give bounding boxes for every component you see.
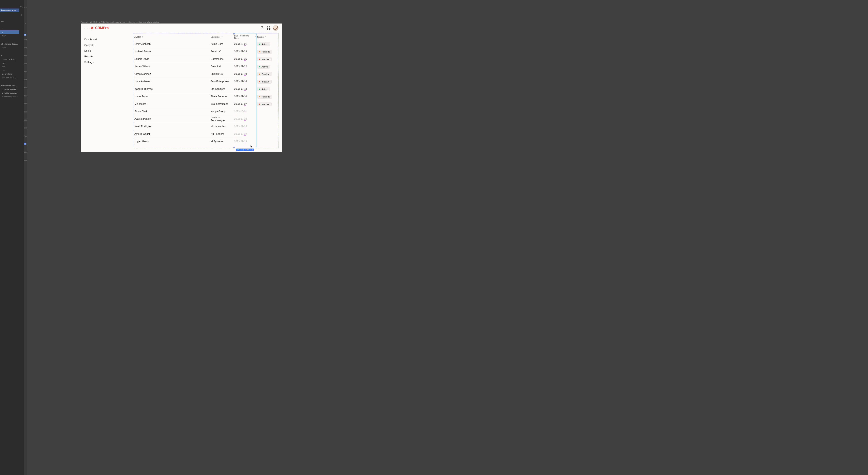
nav-item-dashboard[interactable]: Dashboard <box>84 38 129 41</box>
status-dot-icon <box>259 51 260 52</box>
layer-item[interactable] <box>0 38 19 39</box>
cell-name: Noah Rodriguez <box>133 125 210 128</box>
column-header-customer[interactable]: Customer ▾ <box>210 36 234 38</box>
cell-date: 2023-09-19 <box>234 72 256 75</box>
nav-item-settings[interactable]: Settings <box>84 60 129 64</box>
table-row[interactable]: James WilsonDelta Ltd2023-09-22Active <box>133 63 278 70</box>
layer-item[interactable]: enu <box>0 20 19 24</box>
cell-customer: Epsilon Co <box>210 72 234 75</box>
cell-customer: Gamma Inc <box>210 58 234 60</box>
cell-date: 2023-10-01 <box>234 42 256 45</box>
layer-item[interactable] <box>0 50 19 51</box>
status-badge: Pending <box>257 72 272 76</box>
cell-date: 2023-09-22 <box>234 132 256 135</box>
table-row[interactable]: Amelia WrightNu Partners2023-09-22 <box>133 130 278 137</box>
table-row[interactable]: Mia MooreIota Innovations2023-09-07Inact… <box>133 100 278 107</box>
table-body: Emily JohnsonAcme Corp2023-10-01ActiveMi… <box>133 40 278 145</box>
cell-status: Pending <box>256 94 270 99</box>
layer-item[interactable]: that contains an avatar,… <box>0 76 19 80</box>
layer-item[interactable]: a freelancing desktop ap… <box>0 42 19 46</box>
table-row[interactable]: Isabella ThomasEta Solutions2023-09-13Ac… <box>133 85 278 93</box>
ruler-tick: 500 <box>24 103 27 105</box>
frame-height-marker: 784 <box>24 142 26 145</box>
layer-item[interactable]: a freelancing desktop ap… <box>0 95 19 98</box>
user-avatar[interactable] <box>273 25 279 31</box>
table-row[interactable]: Ava RodriguezLambda Technologies2023-09-… <box>133 115 278 123</box>
layer-item[interactable] <box>0 24 19 25</box>
cell-customer: Nu Partners <box>210 132 234 135</box>
layer-item[interactable] <box>0 7 19 8</box>
layer-item[interactable]: umber Card Strip <box>0 58 19 61</box>
nav-item-deals[interactable]: Deals <box>84 49 129 53</box>
nav-item-contacts[interactable]: Contacts <box>84 43 129 47</box>
cell-name: Michael Brown <box>133 50 210 53</box>
status-text: Pending <box>261 95 270 98</box>
search-icon[interactable] <box>20 5 23 9</box>
status-dot-icon <box>259 81 260 82</box>
layer-item[interactable]: that contains avatars, c… <box>0 8 19 12</box>
crm-table: Avatar ▾ Customer ▾ Last Follow-Up Date … <box>133 33 279 148</box>
layer-item[interactable] <box>0 5 19 7</box>
column-header-label: Status <box>257 36 264 38</box>
cell-name: James Wilson <box>133 65 210 68</box>
layer-item[interactable]: ? <box>0 27 19 30</box>
table-row[interactable]: Ethan ClarkKappa Group2023-10-01 <box>133 108 278 115</box>
layer-item[interactable]: e <box>0 54 19 58</box>
layer-item[interactable]: dio products <box>0 72 19 76</box>
table-row[interactable]: Olivia MartinezEpsilon Co2023-09-19Pendi… <box>133 70 278 77</box>
ruler-tick: 250 <box>24 63 27 65</box>
apps-grid-icon[interactable] <box>267 26 270 30</box>
brand-mark-icon: ✳ <box>90 26 94 30</box>
ruler-tick: 650 <box>24 127 27 129</box>
cell-date: 2023-09-25 <box>234 58 256 60</box>
table-header: Avatar ▾ Customer ▾ Last Follow-Up Date … <box>133 33 278 40</box>
design-canvas[interactable]: -100010015020025030035040045050055060065… <box>24 0 868 475</box>
column-header-status[interactable]: Status ▾ <box>256 36 270 38</box>
column-header-avatar[interactable]: Avatar ▾ <box>133 36 210 38</box>
cell-name: Amelia Wright <box>133 132 210 135</box>
ruler-tick: 0 <box>24 23 27 25</box>
menu-icon[interactable] <box>84 27 88 29</box>
cell-name: Ava Rodriguez <box>133 118 210 120</box>
layer-item[interactable] <box>0 4 19 5</box>
layer-item[interactable] <box>0 80 19 81</box>
table-row[interactable]: Noah RodriguezMu Industries2023-09-25 <box>133 123 278 130</box>
svg-point-0 <box>20 6 22 7</box>
cell-date: 2023-09-16 <box>234 80 256 83</box>
layer-item[interactable]: that contains 4 column… <box>0 84 19 88</box>
table-row[interactable]: Lucas TaylorTheta Services2023-09-10Pend… <box>133 93 278 100</box>
nav-item-reports[interactable]: Reports <box>84 55 129 58</box>
cell-customer: Theta Services <box>210 95 234 98</box>
caret-down-icon: ▾ <box>142 36 143 38</box>
svg-line-1 <box>22 7 23 8</box>
layer-item[interactable]: d that list avatars, custo… <box>0 88 19 91</box>
layer-item[interactable]: ? <box>0 30 19 34</box>
table-row[interactable]: Logan HarrisXi Systems2023-09-19 <box>133 138 278 145</box>
table-row[interactable]: Emily JohnsonAcme Corp2023-10-01Active <box>133 40 278 48</box>
cell-date: 2023-09-28 <box>234 50 256 53</box>
cell-name: Olivia Martinez <box>133 72 210 75</box>
layer-item[interactable] <box>0 14 19 15</box>
layer-item[interactable]: nart <box>0 61 19 65</box>
layer-item[interactable] <box>0 12 19 14</box>
status-dot-icon <box>259 103 260 105</box>
cell-status: Pending <box>256 50 270 54</box>
layer-item[interactable] <box>0 18 19 20</box>
layer-item[interactable]: mn? <box>0 34 19 38</box>
cell-date: 2023-09-10 <box>234 95 256 98</box>
app-body: DashboardContactsDealsReportsSettings Av… <box>81 32 282 152</box>
column-header-date[interactable]: Last Follow-Up Date ▾ <box>234 34 256 39</box>
layer-item[interactable]: ader <box>0 46 19 50</box>
layer-item[interactable]: d that list customers, pa… <box>0 91 19 95</box>
cell-customer: Delta Ltd <box>210 65 234 68</box>
layer-item[interactable]: nart <box>0 65 19 68</box>
search-icon[interactable] <box>260 26 264 30</box>
layer-item[interactable]: oter <box>0 68 19 72</box>
table-row[interactable]: Sophia DavisGamma Inc2023-09-25Inactive <box>133 55 278 63</box>
add-icon[interactable] <box>20 14 23 18</box>
table-row[interactable]: Michael BrownBeta LLC2023-09-28Pending <box>133 48 278 55</box>
layer-item[interactable] <box>0 25 19 27</box>
cell-date: 2023-10-01 <box>234 110 256 113</box>
cell-customer: Zeta Enterprises <box>210 80 234 83</box>
table-row[interactable]: Liam AndersonZeta Enterprises2023-09-16I… <box>133 78 278 85</box>
